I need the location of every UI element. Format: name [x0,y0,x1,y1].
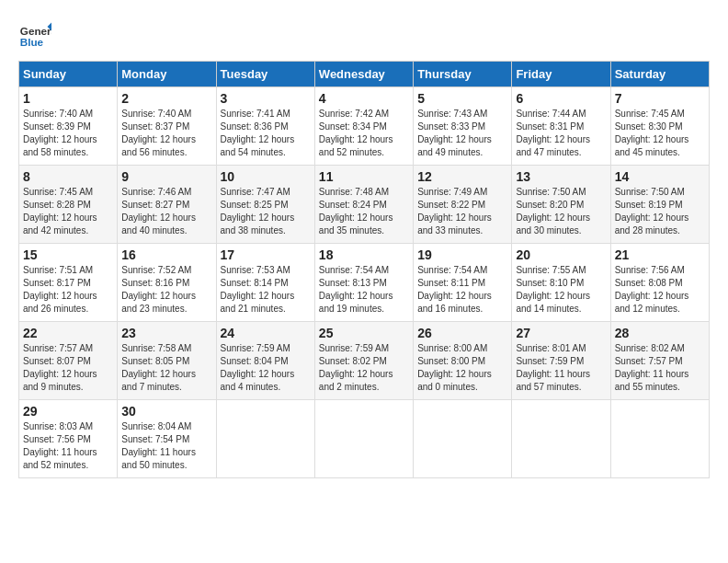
day-number: 3 [221,91,311,106]
day-info: Sunrise: 7:59 AM Sunset: 8:04 PM Dayligh… [221,342,311,394]
calendar-week-row: 8 Sunrise: 7:45 AM Sunset: 8:28 PM Dayli… [19,166,710,244]
day-info: Sunrise: 7:54 AM Sunset: 8:11 PM Dayligh… [417,264,507,316]
calendar-cell [414,400,512,478]
calendar-cell: 23 Sunrise: 7:58 AM Sunset: 8:05 PM Dayl… [118,322,216,400]
day-info: Sunrise: 7:50 AM Sunset: 8:19 PM Dayligh… [615,186,705,237]
calendar-cell: 4 Sunrise: 7:42 AM Sunset: 8:34 PM Dayli… [314,87,413,166]
calendar-cell: 26 Sunrise: 8:00 AM Sunset: 8:00 PM Dayl… [414,322,512,400]
day-info: Sunrise: 7:43 AM Sunset: 8:33 PM Dayligh… [417,108,507,159]
day-number: 23 [121,326,211,340]
day-number: 21 [615,247,705,262]
calendar-cell: 28 Sunrise: 8:02 AM Sunset: 7:57 PM Dayl… [610,322,709,400]
day-info: Sunrise: 7:47 AM Sunset: 8:25 PM Dayligh… [221,186,311,237]
calendar-week-row: 29 Sunrise: 8:03 AM Sunset: 7:56 PM Dayl… [19,400,710,478]
calendar-cell: 2 Sunrise: 7:40 AM Sunset: 8:37 PM Dayli… [118,87,216,166]
logo-icon: General Blue [18,18,51,52]
day-info: Sunrise: 7:42 AM Sunset: 8:34 PM Dayligh… [319,108,409,159]
day-number: 19 [417,247,507,262]
header-day-tuesday: Tuesday [216,62,314,87]
calendar-cell: 1 Sunrise: 7:40 AM Sunset: 8:39 PM Dayli… [19,87,118,166]
calendar-cell: 15 Sunrise: 7:51 AM Sunset: 8:17 PM Dayl… [19,244,118,322]
day-number: 6 [516,91,606,106]
day-number: 4 [319,91,409,106]
calendar-cell: 27 Sunrise: 8:01 AM Sunset: 7:59 PM Dayl… [512,322,610,400]
day-info: Sunrise: 8:01 AM Sunset: 7:59 PM Dayligh… [516,342,606,394]
day-info: Sunrise: 8:02 AM Sunset: 7:57 PM Dayligh… [615,342,705,394]
calendar-cell: 12 Sunrise: 7:49 AM Sunset: 8:22 PM Dayl… [414,166,512,244]
day-info: Sunrise: 7:40 AM Sunset: 8:39 PM Dayligh… [23,108,113,159]
logo: General Blue [18,18,51,52]
day-number: 10 [221,169,311,184]
day-info: Sunrise: 7:52 AM Sunset: 8:16 PM Dayligh… [121,264,211,316]
calendar-cell: 29 Sunrise: 8:03 AM Sunset: 7:56 PM Dayl… [19,400,118,478]
day-number: 8 [23,169,113,184]
header-day-friday: Friday [512,62,610,87]
day-number: 26 [417,326,507,340]
svg-text:Blue: Blue [20,36,44,48]
day-number: 17 [221,247,311,262]
calendar-cell: 25 Sunrise: 7:59 AM Sunset: 8:02 PM Dayl… [314,322,413,400]
day-info: Sunrise: 7:57 AM Sunset: 8:07 PM Dayligh… [23,342,113,394]
day-number: 14 [615,169,705,184]
day-number: 29 [23,404,113,419]
day-number: 2 [121,91,211,106]
calendar-cell: 11 Sunrise: 7:48 AM Sunset: 8:24 PM Dayl… [314,166,413,244]
day-info: Sunrise: 7:58 AM Sunset: 8:05 PM Dayligh… [121,342,211,394]
calendar-cell [216,400,314,478]
calendar-cell: 17 Sunrise: 7:53 AM Sunset: 8:14 PM Dayl… [216,244,314,322]
calendar-cell: 3 Sunrise: 7:41 AM Sunset: 8:36 PM Dayli… [216,87,314,166]
day-info: Sunrise: 7:45 AM Sunset: 8:30 PM Dayligh… [615,108,705,159]
calendar-cell: 22 Sunrise: 7:57 AM Sunset: 8:07 PM Dayl… [19,322,118,400]
day-number: 1 [23,91,113,106]
day-number: 20 [516,247,606,262]
calendar-cell: 10 Sunrise: 7:47 AM Sunset: 8:25 PM Dayl… [216,166,314,244]
header-day-monday: Monday [118,62,216,87]
calendar-header-row: SundayMondayTuesdayWednesdayThursdayFrid… [19,62,710,87]
calendar-cell: 8 Sunrise: 7:45 AM Sunset: 8:28 PM Dayli… [19,166,118,244]
header-day-wednesday: Wednesday [314,62,413,87]
day-info: Sunrise: 7:40 AM Sunset: 8:37 PM Dayligh… [121,108,211,159]
day-info: Sunrise: 7:53 AM Sunset: 8:14 PM Dayligh… [221,264,311,316]
day-info: Sunrise: 7:50 AM Sunset: 8:20 PM Dayligh… [516,186,606,237]
day-info: Sunrise: 7:45 AM Sunset: 8:28 PM Dayligh… [23,186,113,237]
calendar-cell: 7 Sunrise: 7:45 AM Sunset: 8:30 PM Dayli… [610,87,709,166]
calendar-cell: 9 Sunrise: 7:46 AM Sunset: 8:27 PM Dayli… [118,166,216,244]
calendar-cell: 16 Sunrise: 7:52 AM Sunset: 8:16 PM Dayl… [118,244,216,322]
day-info: Sunrise: 7:49 AM Sunset: 8:22 PM Dayligh… [417,186,507,237]
calendar-cell [512,400,610,478]
calendar-cell: 5 Sunrise: 7:43 AM Sunset: 8:33 PM Dayli… [414,87,512,166]
header-day-thursday: Thursday [414,62,512,87]
calendar-cell: 20 Sunrise: 7:55 AM Sunset: 8:10 PM Dayl… [512,244,610,322]
day-info: Sunrise: 7:54 AM Sunset: 8:13 PM Dayligh… [319,264,409,316]
day-info: Sunrise: 7:46 AM Sunset: 8:27 PM Dayligh… [121,186,211,237]
day-number: 18 [319,247,409,262]
header: General Blue [18,18,710,52]
day-number: 12 [417,169,507,184]
calendar-cell: 14 Sunrise: 7:50 AM Sunset: 8:19 PM Dayl… [610,166,709,244]
calendar-week-row: 1 Sunrise: 7:40 AM Sunset: 8:39 PM Dayli… [19,87,710,166]
day-info: Sunrise: 8:00 AM Sunset: 8:00 PM Dayligh… [417,342,507,394]
day-number: 5 [417,91,507,106]
day-number: 30 [121,404,211,419]
day-number: 9 [121,169,211,184]
calendar-cell: 21 Sunrise: 7:56 AM Sunset: 8:08 PM Dayl… [610,244,709,322]
day-info: Sunrise: 8:04 AM Sunset: 7:54 PM Dayligh… [121,420,211,472]
day-info: Sunrise: 7:59 AM Sunset: 8:02 PM Dayligh… [319,342,409,394]
day-info: Sunrise: 7:55 AM Sunset: 8:10 PM Dayligh… [516,264,606,316]
day-info: Sunrise: 7:44 AM Sunset: 8:31 PM Dayligh… [516,108,606,159]
calendar-cell [314,400,413,478]
calendar-cell: 24 Sunrise: 7:59 AM Sunset: 8:04 PM Dayl… [216,322,314,400]
calendar-week-row: 15 Sunrise: 7:51 AM Sunset: 8:17 PM Dayl… [19,244,710,322]
header-day-sunday: Sunday [19,62,118,87]
calendar-cell [610,400,709,478]
day-number: 25 [319,326,409,340]
calendar-cell: 19 Sunrise: 7:54 AM Sunset: 8:11 PM Dayl… [414,244,512,322]
day-number: 28 [615,326,705,340]
day-number: 24 [221,326,311,340]
day-info: Sunrise: 7:48 AM Sunset: 8:24 PM Dayligh… [319,186,409,237]
calendar-cell: 18 Sunrise: 7:54 AM Sunset: 8:13 PM Dayl… [314,244,413,322]
day-info: Sunrise: 7:56 AM Sunset: 8:08 PM Dayligh… [615,264,705,316]
calendar-week-row: 22 Sunrise: 7:57 AM Sunset: 8:07 PM Dayl… [19,322,710,400]
day-number: 22 [23,326,113,340]
day-number: 27 [516,326,606,340]
